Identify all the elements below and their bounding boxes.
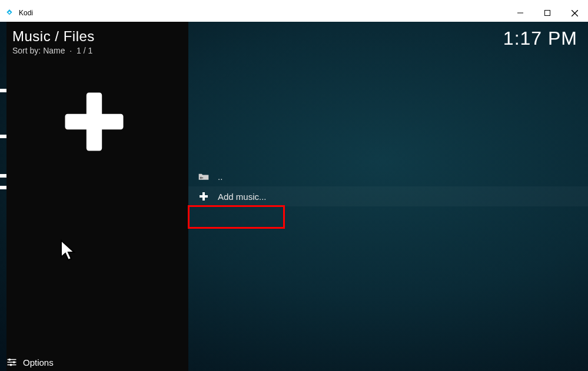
plus-icon [62,89,127,154]
sort-value: Name [43,46,65,55]
sidebar-panel [6,22,188,371]
edge-artifact [0,186,6,189]
add-music-row[interactable]: Add music... [188,186,588,206]
svg-rect-7 [200,195,208,198]
plus-icon [195,192,212,201]
item-count: 1 / 1 [77,46,92,55]
folder-back-icon [195,172,212,181]
file-list: .. Add music... [188,166,588,206]
svg-rect-1 [545,11,550,16]
kodi-logo-icon [5,8,14,18]
page-header: Music / Files Sort by: Name · 1 / 1 [12,28,95,55]
edge-artifact [0,135,6,138]
clock: 1:17 PM [503,28,577,49]
app-body: Music / Files Sort by: Name · 1 / 1 1:17… [0,22,588,371]
footer-options-label: Options [23,357,54,367]
minimize-button[interactable] [507,4,534,22]
close-button[interactable] [561,4,588,22]
edge-artifact [0,89,6,92]
window-titlebar: Kodi [0,4,588,22]
edge-artifact [0,174,6,178]
maximize-button[interactable] [534,4,561,22]
sort-line[interactable]: Sort by: Name · 1 / 1 [12,46,95,55]
mouse-cursor [60,239,78,265]
add-source-thumbnail[interactable] [35,86,153,157]
sort-label: Sort by: [12,46,41,55]
window-controls [507,4,588,22]
parent-dir-label: .. [218,172,222,182]
content-panel: .. Add music... [188,22,588,371]
footer-options[interactable]: Options [6,357,54,367]
parent-dir-row[interactable]: .. [188,166,588,186]
top-edge-fragment [0,0,588,4]
svg-point-12 [13,361,15,363]
add-music-label: Add music... [218,192,267,202]
svg-point-13 [10,364,12,366]
breadcrumb[interactable]: Music / Files [12,28,95,45]
svg-point-11 [8,359,11,361]
slider-icon [6,357,17,367]
svg-rect-5 [65,114,124,129]
window-title: Kodi [19,9,33,17]
